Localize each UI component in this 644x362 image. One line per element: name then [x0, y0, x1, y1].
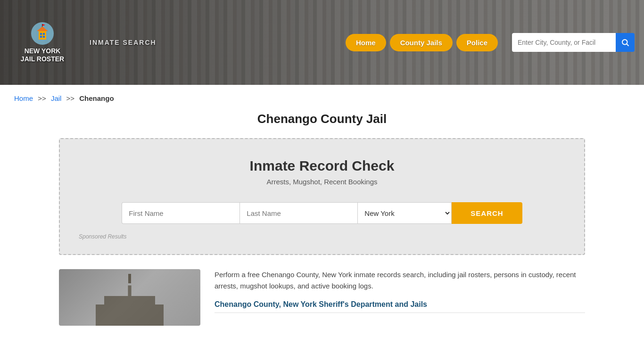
first-name-input[interactable] — [122, 202, 239, 224]
record-form: AlabamaAlaskaArizonaArkansasCaliforniaCo… — [79, 202, 565, 224]
svg-rect-4 — [43, 33, 45, 35]
site-header: NEW YORK JAIL ROSTER INMATE SEARCH Home … — [0, 0, 644, 85]
page-title: Chenango County Jail — [0, 112, 644, 126]
capitol-image — [59, 269, 200, 326]
bottom-sub-heading: Chenango County, New York Sheriff's Depa… — [215, 298, 585, 313]
record-box-subtitle: Arrests, Mugshot, Recent Bookings — [79, 178, 565, 186]
svg-rect-5 — [40, 36, 42, 38]
main-nav: Home County Jails Police — [346, 34, 498, 51]
header-search-area — [512, 33, 635, 52]
inmate-search-label: INMATE SEARCH — [90, 39, 157, 46]
last-name-input[interactable] — [239, 202, 357, 224]
breadcrumb-jail-link[interactable]: Jail — [51, 94, 62, 102]
bottom-section: Perform a free Chenango County, New York… — [0, 269, 644, 345]
svg-rect-6 — [43, 36, 45, 38]
svg-rect-1 — [39, 31, 46, 40]
breadcrumb-home-link[interactable]: Home — [14, 94, 33, 102]
search-icon — [621, 38, 629, 47]
breadcrumb: Home >> Jail >> Chenango — [0, 85, 644, 112]
breadcrumb-current: Chenango — [79, 94, 114, 102]
logo-area: NEW YORK JAIL ROSTER — [9, 22, 75, 63]
header-content: NEW YORK JAIL ROSTER INMATE SEARCH Home … — [0, 0, 644, 85]
header-search-button[interactable] — [616, 33, 635, 52]
breadcrumb-sep2: >> — [66, 94, 75, 102]
search-action-button[interactable]: SEARCH — [452, 202, 522, 224]
nav-home-button[interactable]: Home — [346, 34, 386, 51]
svg-point-9 — [622, 40, 627, 45]
breadcrumb-sep1: >> — [38, 94, 46, 102]
svg-rect-3 — [40, 33, 42, 35]
state-select[interactable]: AlabamaAlaskaArizonaArkansasCaliforniaCo… — [357, 202, 452, 224]
inmate-record-box: Inmate Record Check Arrests, Mugshot, Re… — [59, 138, 585, 255]
header-search-input[interactable] — [512, 33, 616, 52]
nav-police-button[interactable]: Police — [456, 34, 498, 51]
logo-icon — [28, 22, 57, 45]
svg-line-10 — [627, 44, 628, 46]
bottom-description: Perform a free Chenango County, New York… — [215, 269, 585, 292]
sponsored-label: Sponsored Results — [79, 233, 565, 240]
svg-rect-7 — [42, 24, 42, 27]
bottom-text-area: Perform a free Chenango County, New York… — [215, 269, 585, 326]
nav-county-jails-button[interactable]: County Jails — [390, 34, 453, 51]
record-box-title: Inmate Record Check — [79, 158, 565, 174]
logo-text: NEW YORK JAIL ROSTER — [21, 47, 64, 63]
